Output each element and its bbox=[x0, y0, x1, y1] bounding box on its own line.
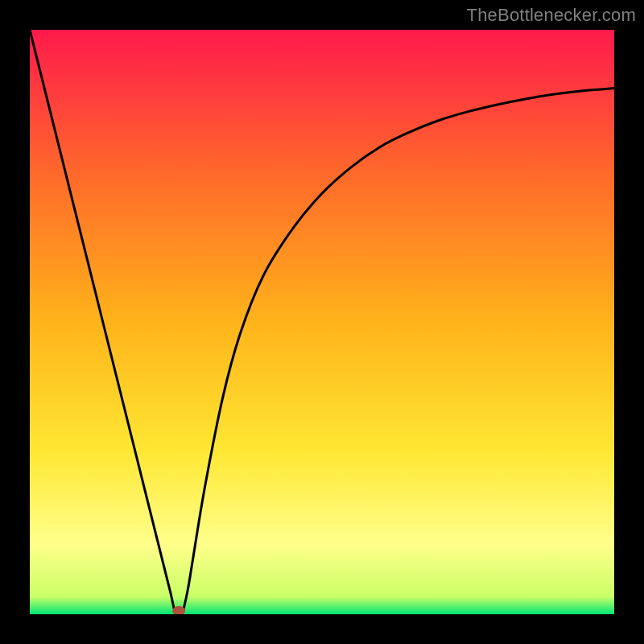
chart-svg bbox=[30, 30, 614, 614]
chart-frame: TheBottlenecker.com bbox=[0, 0, 644, 644]
plot-area bbox=[30, 30, 614, 614]
gradient-background bbox=[30, 30, 614, 614]
watermark-text: TheBottlenecker.com bbox=[467, 5, 636, 26]
